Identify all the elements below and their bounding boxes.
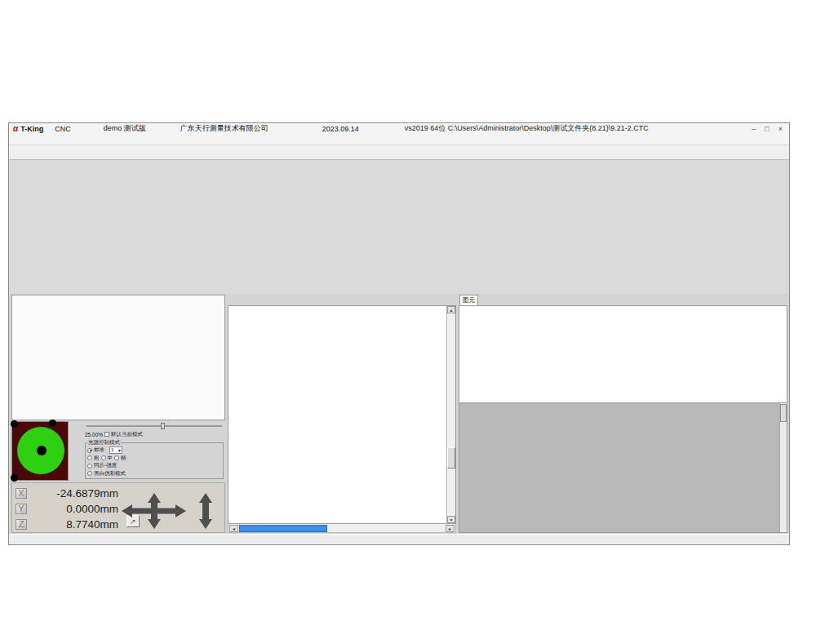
app-subtitle: CNC (55, 125, 71, 133)
radio-fine-label: 精 (121, 455, 126, 462)
vertical-scrollbar[interactable]: ▲ ▼ (446, 306, 455, 523)
x-axis-icon: X (16, 488, 27, 499)
y-coordinate-value: 0.0000mm (33, 503, 118, 515)
radio-pseudo-label: 黑白伪彩模式 (94, 470, 126, 477)
jog-arrows-icon[interactable] (122, 493, 218, 529)
title-bar[interactable]: α T-King CNC demo 测试版 广东天行测量技术有限公司 2023.… (9, 123, 789, 135)
element-properties-grid (459, 305, 787, 403)
app-window: α T-King CNC demo 测试版 广东天行测量技术有限公司 2023.… (8, 122, 790, 545)
element-panel-empty-area (459, 403, 787, 533)
element-properties-panel: 图元 (459, 295, 787, 533)
maximize-button[interactable]: □ (765, 125, 769, 133)
radio-coarse-label: 粗 (94, 455, 100, 462)
chevron-down-icon: ▾ (118, 447, 121, 453)
ring-light-preview[interactable] (11, 421, 69, 481)
z-coordinate-value: 8.7740mm (33, 518, 118, 531)
main-area: 25.00% 默认当前模式 光源控制模式 标准 1▾ (9, 294, 789, 534)
scroll-right-icon[interactable]: ► (446, 525, 455, 532)
results-panel: ▲ ▼ ◄ ► (228, 295, 456, 533)
results-grid-wrap: ▲ ▼ (228, 305, 456, 524)
light-level-value: 1 (111, 447, 113, 453)
scroll-left-icon[interactable]: ◄ (229, 525, 238, 532)
radio-pseudo[interactable] (87, 471, 92, 476)
vertical-scroll-thumb[interactable] (447, 447, 455, 469)
dro-panel: X -24.6879mm Y 0.0000mm Z 8.7740mm ↗ (11, 482, 225, 533)
radio-standard-label: 标准 (94, 446, 104, 454)
close-button[interactable]: × (778, 125, 783, 133)
radio-sync[interactable] (87, 464, 92, 469)
edition-label: demo 测试版 (104, 123, 146, 134)
date-label: 2023.09.14 (322, 125, 359, 133)
element-panel-scroll-thumb[interactable] (780, 404, 787, 422)
x-coordinate-value: -24.6879mm (33, 487, 118, 500)
desktop: α T-King CNC demo 测试版 广东天行测量技术有限公司 2023.… (0, 0, 816, 644)
radio-medium[interactable] (101, 455, 106, 460)
master-light-slider[interactable] (86, 423, 222, 429)
light-options: 25.00% 默认当前模式 光源控制模式 标准 1▾ (85, 421, 225, 482)
master-light-slider-thumb[interactable] (161, 423, 165, 429)
light-mode-group-title: 光源控制模式 (87, 439, 121, 446)
tab-element[interactable]: 图元 (459, 295, 478, 305)
center-column: 25.00% 默认当前模式 光源控制模式 标准 1▾ (11, 295, 225, 533)
radio-fine[interactable] (114, 455, 119, 460)
camera-views (9, 160, 789, 295)
ring-light-mode-buttons (69, 421, 82, 482)
default-mode-label: 默认当前模式 (111, 431, 143, 438)
app-logo-icon: α (13, 124, 18, 133)
scroll-up-icon[interactable]: ▲ (447, 306, 455, 313)
radio-standard[interactable] (87, 448, 92, 453)
results-grid (228, 306, 446, 523)
measure-toolbox (11, 295, 225, 420)
y-axis-icon: Y (16, 504, 27, 514)
file-path-label: vs2019 64位 C:\Users\Administrator\Deskto… (405, 123, 649, 134)
light-control-panel: 25.00% 默认当前模式 光源控制模式 标准 1▾ (11, 421, 225, 482)
radio-medium-label: 中 (108, 455, 113, 462)
app-title: T-King (20, 125, 43, 133)
z-axis-icon: Z (16, 519, 27, 530)
radio-sync-label: 同步-强度 (94, 462, 117, 469)
ring-corner-dot (49, 420, 56, 427)
window-controls: –□× (752, 125, 785, 133)
master-light-value: 25.00% (85, 432, 103, 437)
minimize-button[interactable]: – (752, 125, 756, 133)
results-tabs (228, 295, 456, 305)
horizontal-scrollbar[interactable]: ◄ ► (228, 524, 456, 533)
vertical-scroll-track[interactable] (447, 313, 455, 516)
horizontal-scroll-thumb[interactable] (239, 525, 327, 532)
element-panel-scrollbar[interactable] (779, 403, 787, 532)
status-bar (9, 534, 789, 544)
default-mode-checkbox[interactable] (104, 432, 109, 437)
toolbar (9, 145, 789, 160)
radio-coarse[interactable] (87, 455, 92, 460)
ring-corner-dot (11, 474, 18, 482)
ring-corner-dot (11, 420, 18, 428)
menu-bar (9, 135, 789, 145)
scroll-down-icon[interactable]: ▼ (447, 516, 455, 523)
light-level-select[interactable]: 1▾ (109, 446, 122, 454)
company-label: 广东天行测量技术有限公司 (180, 123, 268, 134)
light-mode-group: 光源控制模式 标准 1▾ 粗 中 (85, 439, 224, 479)
